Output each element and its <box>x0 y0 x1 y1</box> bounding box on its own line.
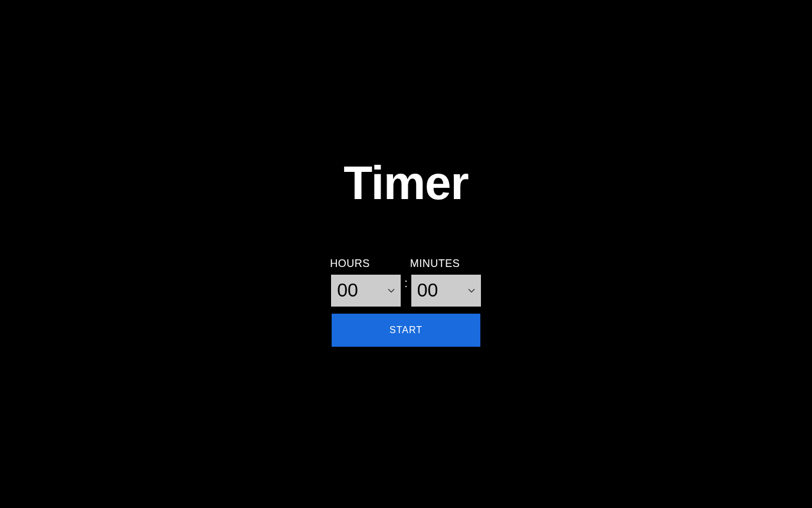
time-row: HOURS 00 : MINUTES 00 <box>330 258 482 308</box>
minutes-value: 00 <box>417 279 438 301</box>
hours-select[interactable]: 00 <box>330 273 402 308</box>
chevron-down-icon <box>468 288 475 293</box>
minutes-group: MINUTES 00 <box>410 258 482 308</box>
hours-group: HOURS 00 <box>330 258 402 308</box>
page-title: Timer <box>343 156 468 210</box>
hours-value: 00 <box>337 279 358 301</box>
chevron-down-icon <box>388 288 395 293</box>
minutes-label: MINUTES <box>410 258 460 270</box>
start-button[interactable]: START <box>332 314 480 347</box>
time-separator: : <box>402 276 410 290</box>
hours-label: HOURS <box>330 258 370 270</box>
minutes-select[interactable]: 00 <box>410 273 482 308</box>
timer-container: Timer HOURS 00 : MINUTES 00 START <box>330 156 482 347</box>
